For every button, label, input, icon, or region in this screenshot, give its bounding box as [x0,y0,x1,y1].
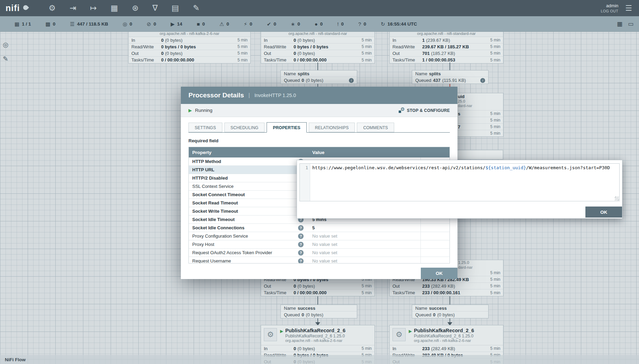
property-name: Socket Idle Connections [189,225,298,230]
property-name: Socket Read Timeout [189,200,298,205]
stop-configure-icon: ⚙ [399,108,405,113]
value-column-header: Value [309,150,450,155]
property-name: Socket Write Timeout [189,209,298,214]
tab-settings[interactable]: SETTINGS [188,123,222,132]
drop-icon [22,4,29,11]
property-actions-cell [420,224,450,232]
dialog-header: Processor Details | InvokeHTTP 1.25.0 [181,87,457,104]
line-number-gutter: 1 [300,164,310,201]
property-row[interactable]: Request OAuth2 Access Token Provider ? N… [189,249,450,257]
help-icon: ? [298,258,304,264]
property-name: Proxy Configuration Service [189,233,298,239]
property-name: Socket Idle Timeout [189,217,298,222]
not-transmitting-icon: ⊘ [147,21,151,27]
output-port-icon[interactable]: ↦ [90,4,96,12]
queued-icon: ☰ [70,21,74,27]
disabled-icon: ⚡ [244,21,248,27]
property-row[interactable]: Proxy Configuration Service ? No value s… [189,232,450,240]
tab-comments[interactable]: COMMENTS [357,123,394,132]
process-group-icon[interactable]: ▦ [111,4,118,12]
logout-link[interactable]: LOG OUT [601,9,619,13]
property-actions-cell [420,240,450,248]
property-actions-cell [420,232,450,240]
property-value[interactable]: No value set [309,250,420,255]
property-actions-cell [420,249,450,257]
status-item: ! 0 [337,21,344,27]
status-item: ∗ 0 [291,21,300,27]
status-item: ⚠ 0 [220,21,229,27]
refresh-icon[interactable]: ↻ [381,21,385,27]
required-field-note: Required field [188,138,450,143]
panel-toggle-icon[interactable]: ▭ [628,20,633,28]
user-name: admin [601,3,619,8]
line-number: 1 [305,165,308,170]
stale-icon: ● [315,21,318,27]
stop-and-configure-button[interactable]: ⚙ STOP & CONFIGURE [399,108,450,113]
up-to-date-icon: ✔ [267,21,271,27]
dialog-subtitle: InvokeHTTP 1.25.0 [254,93,296,98]
funnel-icon[interactable]: ∇ [152,4,158,12]
dialog-title: Processor Details [188,92,244,99]
status-item: ● 0 [315,21,323,27]
template-icon[interactable]: ▤ [172,4,179,12]
help-icon: ? [298,233,304,239]
last-refresh-time: 16:55:44 UTC [387,21,417,27]
property-value[interactable]: No value set [309,258,420,263]
status-item: ■ 0 [197,21,205,27]
processor-icon[interactable]: ⚙ [49,4,56,12]
help-icon: ? [298,242,304,247]
value-code-line[interactable]: https://www.pegelonline.wsv.de/webservic… [310,164,619,201]
component-toolbar: ⚙ ⇥ ↦ ▦ ⊛ ∇ ▤ ✎ [49,4,200,12]
property-value[interactable]: No value set [309,242,420,247]
property-name: Request OAuth2 Access Token Provider [189,250,298,255]
status-item: ? 0 [358,21,366,27]
status-item: ▩ 0 [45,21,55,27]
value-code-editor[interactable]: 1 https://www.pegelonline.wsv.de/webserv… [299,163,620,201]
property-name: Request Username [189,258,298,263]
dialog-ok-button[interactable]: OK [421,268,457,279]
transmitting-icon: ◎ [123,21,127,27]
sync-failure-icon: ? [358,21,361,27]
tab-scheduling[interactable]: SCHEDULING [224,123,265,132]
nifi-logo: nifi [6,3,28,13]
tab-properties[interactable]: PROPERTIES [267,122,306,133]
property-name: Proxy Host [189,242,298,247]
flow-status-bar: ▦ 1 / 1 ▩ 0 ☰ 447 / 118.5 KB ◎ 0 ⊘ 0 [0,16,639,32]
editor-ok-button[interactable]: OK [585,207,622,218]
grid-toggle-icon[interactable]: ▦ [617,20,622,28]
stopped-icon: ■ [197,21,200,27]
property-column-header: Property [189,150,309,155]
status-item: ☰ 447 / 118.5 KB [70,21,108,27]
property-row[interactable]: Socket Idle Connections ? 5 [189,224,450,232]
dialog-status-bar: ▶ Running ⚙ STOP & CONFIGURE [181,104,457,117]
property-row[interactable]: Proxy Host ? No value set [189,240,450,249]
input-port-icon[interactable]: ⇥ [70,4,76,12]
running-icon: ▶ [170,21,175,27]
invalid-icon: ⚠ [220,21,224,27]
property-row[interactable]: Request Username ? No value set [189,257,450,263]
help-icon: ? [298,225,304,231]
dialog-tabs: SETTINGS SCHEDULING PROPERTIES RELATIONS… [188,122,450,133]
hamburger-menu-icon[interactable]: ☰ [625,4,632,13]
threads-icon: ▩ [45,21,50,27]
status-item: ⚡ 0 [244,21,252,27]
app-header: nifi ⚙ ⇥ ↦ ▦ ⊛ ∇ ▤ ✎ admin LOG OUT ☰ [0,0,639,16]
tab-relationships[interactable]: RELATIONSHIPS [309,123,355,132]
resize-grip[interactable] [615,197,619,201]
status-item: ◎ 0 [123,21,132,27]
locally-modified-stale-icon: ! [337,21,339,27]
run-status-label: Running [195,108,212,113]
property-value[interactable]: No value set [309,233,420,239]
remote-process-group-icon[interactable]: ⊛ [132,4,138,12]
property-name: HTTP Method [189,159,298,164]
status-item: ✔ 0 [267,21,276,27]
help-icon: ? [298,250,304,256]
status-item: ▦ 1 / 1 [15,21,31,27]
label-icon[interactable]: ✎ [193,4,200,12]
expression-language-token: ${station_uuid} [485,165,526,170]
properties-table-header: Property Value [189,147,450,157]
property-value[interactable]: 5 [309,225,420,230]
running-status-icon: ▶ [188,108,192,113]
property-name: HTTP URL [189,167,298,172]
property-name: SSL Context Service [189,184,298,189]
